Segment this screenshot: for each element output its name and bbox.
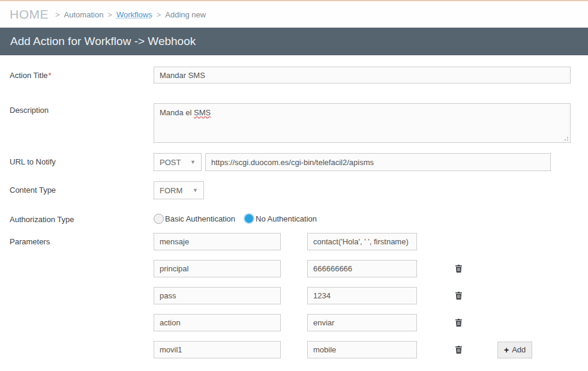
breadcrumb-item-workflows[interactable]: Workflows (116, 10, 152, 19)
page-title-bar: Add Action for Workflow -> Webhook (0, 28, 588, 55)
delete-param-button[interactable] (453, 346, 464, 354)
breadcrumb-item-adding-new: Adding new (165, 10, 206, 19)
parameters-label: Parameters (10, 233, 154, 246)
content-type-label: Content Type (10, 181, 154, 195)
parameter-row: + (154, 233, 532, 250)
parameter-row: + (154, 287, 532, 304)
resize-grip-icon[interactable] (562, 134, 569, 141)
description-text: Manda el (160, 108, 194, 117)
auth-radio-basic[interactable] (154, 214, 164, 224)
breadcrumb-item-automation[interactable]: Automation (64, 10, 104, 19)
description-field[interactable]: Manda el SMS (154, 103, 571, 143)
delete-param-button[interactable] (453, 319, 464, 327)
parameters-rows: + + + (154, 233, 532, 368)
add-button-label: Add (512, 345, 526, 354)
action-title-row: Action Title* (10, 67, 578, 83)
param-name-input[interactable] (154, 341, 281, 358)
trash-icon (455, 292, 462, 300)
page: HOME > Automation > Workflows > Adding n… (0, 0, 588, 368)
description-label: Description (10, 103, 154, 115)
auth-radio-none-label[interactable]: No Authentication (256, 214, 317, 223)
http-method-value: POST (160, 158, 181, 167)
url-to-notify-label: URL to Notify (10, 153, 154, 166)
plus-icon: + (504, 345, 509, 355)
parameter-row: + Add (154, 341, 532, 358)
description-row: Description Manda el SMS (10, 103, 578, 143)
url-input[interactable] (205, 153, 551, 171)
home-logo[interactable]: HOME (10, 7, 49, 22)
action-title-label: Action Title* (10, 67, 154, 80)
url-to-notify-row: URL to Notify POST ▼ (10, 153, 578, 171)
trash-icon (455, 346, 462, 354)
breadcrumb-separator: > (157, 10, 161, 19)
trash-icon (455, 265, 462, 273)
trash-icon (455, 319, 462, 327)
authorization-type-row: Authorization Type Basic Authentication … (10, 211, 578, 224)
delete-param-button[interactable] (453, 265, 464, 273)
param-name-input[interactable] (154, 314, 281, 331)
param-value-input[interactable] (307, 341, 417, 358)
chevron-down-icon: ▼ (193, 187, 198, 193)
action-title-input[interactable] (154, 67, 571, 83)
description-misspelled-word: SMS (194, 108, 211, 117)
param-value-input[interactable] (307, 287, 417, 304)
breadcrumb-separator: > (107, 10, 112, 19)
param-value-input[interactable] (307, 314, 417, 331)
content-type-select[interactable]: FORM ▼ (154, 181, 204, 199)
parameter-row: + (154, 260, 532, 277)
param-name-input[interactable] (154, 260, 281, 277)
auth-radio-basic-label[interactable]: Basic Authentication (165, 214, 235, 223)
breadcrumb: HOME > Automation > Workflows > Adding n… (0, 1, 588, 28)
auth-radio-none[interactable] (244, 213, 254, 224)
page-title: Add Action for Workflow -> Webhook (10, 35, 196, 48)
param-value-input[interactable] (307, 260, 417, 277)
authorization-radio-group: Basic Authentication No Authentication (154, 211, 325, 224)
add-parameter-button[interactable]: + Add (497, 342, 532, 358)
param-name-input[interactable] (154, 287, 281, 304)
content-type-row: Content Type FORM ▼ (10, 181, 578, 199)
chevron-down-icon: ▼ (190, 159, 196, 165)
required-asterisk: * (49, 71, 52, 80)
parameters-row: Parameters + + (10, 233, 578, 368)
authorization-type-label: Authorization Type (10, 211, 154, 224)
param-value-input[interactable] (307, 233, 417, 250)
webhook-form: Action Title* Description Manda el SMS U… (0, 55, 588, 368)
breadcrumb-separator: > (55, 10, 60, 19)
parameter-row: + (154, 314, 532, 331)
param-name-input[interactable] (154, 233, 281, 250)
content-type-value: FORM (160, 186, 182, 195)
http-method-select[interactable]: POST ▼ (154, 153, 202, 171)
delete-param-button[interactable] (453, 292, 464, 300)
